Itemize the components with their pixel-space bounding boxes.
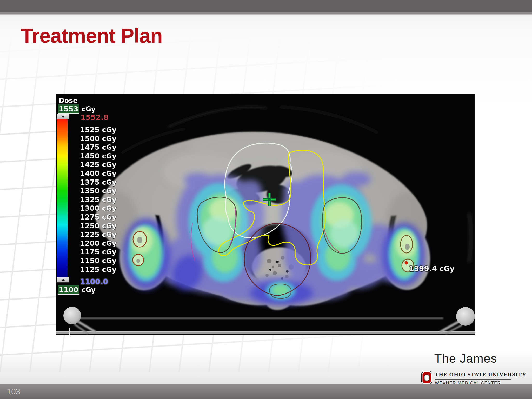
dose-tick-label: 1300 cGy <box>80 204 116 213</box>
dose-scale-up-button[interactable] <box>57 277 69 283</box>
dose-legend-title: Dose <box>59 97 78 104</box>
dose-tick-label: 1500 cGy <box>80 134 116 143</box>
dose-min-value: 1100 <box>59 286 78 294</box>
slide-title: Treatment Plan <box>21 24 162 48</box>
dose-tick-label: 1375 cGy <box>80 178 116 187</box>
dose-min-input[interactable]: 1100 <box>58 285 79 295</box>
dose-tick-label: 1125 cGy <box>80 265 116 274</box>
dose-max-input[interactable]: 1553 <box>58 104 79 114</box>
dose-tick-label: 1175 cGy <box>80 248 116 256</box>
division-name: WEXNER MEDICAL CENTER <box>435 381 526 386</box>
presentation-slide: Treatment Plan <box>0 0 532 399</box>
dose-tick-label: 1225 cGy <box>80 230 116 239</box>
osu-text-block: The Ohio State University WEXNER MEDICAL… <box>435 371 526 386</box>
dose-max-value: 1553 <box>59 105 78 113</box>
dose-colorbar <box>57 119 68 277</box>
dose-scale-top-value: 1552.8 <box>81 113 109 122</box>
dose-tick-label: 1450 cGy <box>80 152 116 161</box>
arrow-down-icon <box>61 116 65 118</box>
treatment-plan-screenshot: Dose 1553 cGy 1552.8 1525 cGy1500 cGy147… <box>56 94 475 335</box>
dose-tick-label: 1250 cGy <box>80 222 116 230</box>
block-o-icon <box>421 371 432 384</box>
slide-top-bar-divider <box>0 12 532 15</box>
dose-tick-list: 1525 cGy1500 cGy1475 cGy1450 cGy1425 cGy… <box>80 125 116 274</box>
dose-legend: Dose 1553 cGy 1552.8 1525 cGy1500 cGy147… <box>56 94 475 335</box>
dose-scale-down-button[interactable] <box>57 114 69 119</box>
logo-divider <box>435 379 511 380</box>
university-name: The Ohio State University <box>435 371 526 378</box>
dose-scale-bottom-value: 1100.0 <box>80 277 108 286</box>
dose-tick-label: 1350 cGy <box>80 187 116 195</box>
dose-tick-label: 1200 cGy <box>80 239 116 248</box>
dose-max-unit: cGy <box>82 105 96 113</box>
arrow-up-icon <box>61 279 65 281</box>
osu-logo-lockup: The Ohio State University WEXNER MEDICAL… <box>421 371 526 386</box>
james-wordmark: The James <box>434 351 497 365</box>
dose-tick-label: 1525 cGy <box>80 125 116 134</box>
dose-min-unit: cGy <box>82 286 96 294</box>
dose-tick-label: 1425 cGy <box>80 160 116 169</box>
page-number: 103 <box>7 387 20 396</box>
dose-tick-label: 1325 cGy <box>80 195 116 204</box>
point-dose-annotation: 1399.4 cGy <box>409 264 455 273</box>
dose-tick-label: 1400 cGy <box>80 169 116 178</box>
slide-top-bar <box>0 0 532 12</box>
dose-tick-label: 1150 cGy <box>80 256 116 265</box>
dose-tick-label: 1275 cGy <box>80 213 116 222</box>
dose-tick-label: 1475 cGy <box>80 143 116 152</box>
slide-footer-bar: 103 <box>0 384 532 399</box>
